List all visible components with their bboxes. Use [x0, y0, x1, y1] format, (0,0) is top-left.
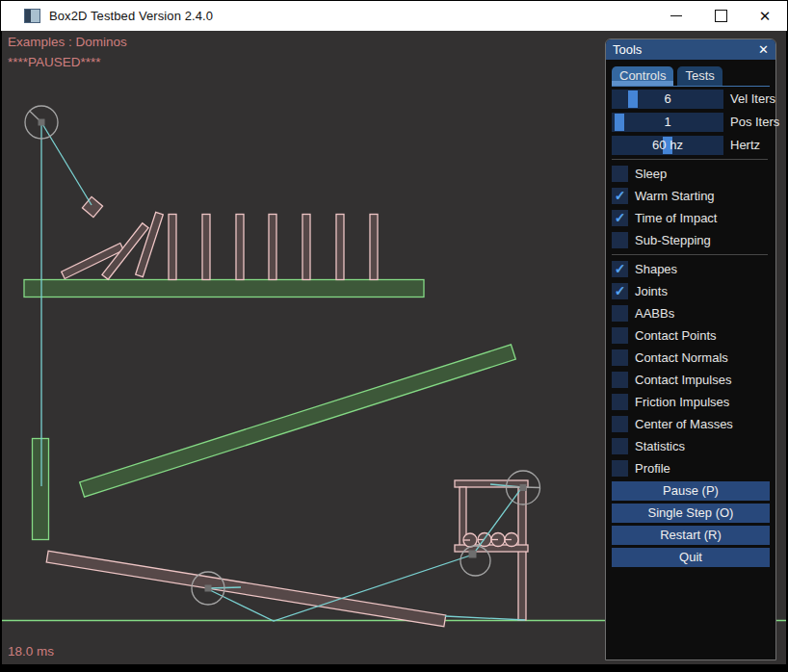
- slider-vel-iters-track[interactable]: 6: [612, 90, 723, 109]
- anchor-pulley-top: [39, 119, 45, 126]
- elevator-box: [33, 439, 49, 540]
- checkbox-row-friction-impulses: Friction Impulses: [612, 391, 774, 413]
- domino-standing-5: [302, 215, 310, 280]
- domino-fallen-3: [136, 212, 164, 276]
- checkbox-contact-normals[interactable]: [612, 349, 628, 366]
- slider-hertz-track[interactable]: 60 hz: [612, 136, 723, 155]
- checkbox-shapes[interactable]: ✓: [612, 261, 628, 277]
- seesaw-plank: [46, 551, 446, 627]
- checkbox-contact-normals-label: Contact Normals: [635, 350, 728, 365]
- anchor-stand-top: [520, 484, 527, 491]
- tools-panel-header[interactable]: Tools ✕: [606, 39, 775, 60]
- tools-panel-title: Tools: [613, 42, 642, 57]
- checkbox-row-contact-normals: Contact Normals: [612, 347, 774, 369]
- close-icon: ✕: [759, 9, 772, 23]
- checkbox-contact-points-label: Contact Points: [635, 328, 717, 343]
- checkbox-row-warm-starting: ✓Warm Starting: [612, 185, 774, 207]
- paused-label: ****PAUSED****: [8, 55, 101, 69]
- domino-standing-4: [269, 215, 276, 280]
- checkbox-row-statistics: Statistics: [612, 435, 774, 457]
- checkbox-joints-label: Joints: [635, 284, 668, 298]
- checkbox-contact-impulses-label: Contact Impulses: [635, 373, 731, 387]
- checkbox-row-joints: ✓Joints: [612, 280, 774, 302]
- button-pause-p[interactable]: Pause (P): [612, 481, 770, 501]
- domino-standing-3: [236, 215, 244, 280]
- checkbox-friction-impulses[interactable]: [612, 394, 628, 410]
- frame-time-label: 18.0 ms: [8, 644, 54, 659]
- slider-list: 6Vel Iters1Pos Iters60 hzHertz: [612, 88, 774, 156]
- checkbox-row-time-of-impact: ✓Time of Impact: [612, 207, 774, 229]
- checkbox-statistics-label: Statistics: [635, 439, 685, 453]
- checkbox-profile[interactable]: [612, 460, 628, 477]
- checkbox-row-contact-points: Contact Points: [612, 324, 774, 347]
- checkbox-time-of-impact-label: Time of Impact: [635, 211, 717, 225]
- tools-panel: Tools ✕ ControlsTests 6Vel Iters1Pos Ite…: [605, 39, 776, 660]
- checkbox-sleep[interactable]: [612, 166, 628, 182]
- pendulum-rope: [41, 122, 92, 205]
- anchor-stand-lower: [469, 551, 477, 558]
- slider-hertz: 60 hzHertz: [612, 134, 774, 156]
- checkbox-warm-starting-label: Warm Starting: [635, 189, 715, 203]
- checkbox-contact-points[interactable]: [612, 327, 628, 344]
- tools-close-icon[interactable]: ✕: [758, 42, 769, 57]
- window-title: Box2D Testbed Version 2.4.0: [49, 9, 213, 23]
- separator: [612, 159, 768, 160]
- tools-panel-body: ControlsTests 6Vel Iters1Pos Iters60 hzH…: [606, 60, 775, 567]
- checkbox-aabbs[interactable]: [612, 305, 628, 322]
- close-button[interactable]: ✕: [743, 1, 787, 31]
- app-window: { "window": { "title": "Box2D Testbed Ve…: [0, 0, 788, 672]
- checkbox-shapes-label: Shapes: [635, 262, 677, 276]
- domino-standing-6: [336, 215, 344, 280]
- checkbox-statistics[interactable]: [612, 438, 628, 454]
- checkbox-row-sub-stepping: Sub-Stepping: [612, 229, 774, 251]
- slider-pos-iters-label: Pos Iters: [730, 115, 779, 129]
- slider-pos-iters-track[interactable]: 1: [612, 113, 723, 132]
- app-icon: [24, 9, 40, 23]
- checkbox-row-aabbs: AABBs: [612, 302, 774, 324]
- maximize-icon: [715, 10, 727, 22]
- checkbox-row-sleep: Sleep: [612, 163, 774, 185]
- tab-underline: [612, 86, 770, 87]
- checkbox-profile-label: Profile: [635, 461, 670, 476]
- checkbox-contact-impulses[interactable]: [612, 372, 628, 388]
- separator: [612, 254, 768, 255]
- slider-vel-iters-value: 6: [612, 90, 723, 109]
- example-label: Examples : Dominos: [8, 35, 127, 49]
- minimize-button[interactable]: [654, 1, 698, 31]
- tab-tests[interactable]: Tests: [677, 66, 722, 86]
- button-restart-r[interactable]: Restart (R): [612, 526, 770, 545]
- tab-bar: ControlsTests: [612, 66, 774, 86]
- pendulum-bob: [82, 196, 102, 217]
- checkbox-row-profile: Profile: [612, 457, 774, 479]
- minimize-icon: [670, 15, 682, 16]
- slider-hertz-label: Hertz: [730, 138, 760, 152]
- platform-beam: [24, 280, 424, 297]
- checkbox-row-center-of-masses: Center of Masses: [612, 413, 774, 435]
- tab-controls[interactable]: Controls: [612, 66, 673, 86]
- checkbox-joints[interactable]: ✓: [612, 283, 628, 299]
- checkbox-friction-impulses-label: Friction Impulses: [635, 395, 729, 409]
- scene-area: Examples : Dominos ****PAUSED**** 18.0 m…: [2, 31, 786, 664]
- window-controls: ✕: [654, 1, 787, 31]
- button-single-step-o[interactable]: Single Step (O): [612, 504, 770, 523]
- checkbox-sleep-label: Sleep: [635, 167, 667, 181]
- slider-pos-iters-value: 1: [612, 113, 723, 132]
- checkbox-row-contact-impulses: Contact Impulses: [612, 369, 774, 391]
- domino-standing-1: [169, 215, 176, 280]
- checkbox-aabbs-label: AABBs: [635, 306, 674, 321]
- domino-standing-7: [370, 215, 378, 280]
- checkbox-time-of-impact[interactable]: ✓: [612, 210, 628, 226]
- anchor-seesaw: [205, 585, 212, 592]
- checkbox-center-of-masses[interactable]: [612, 416, 628, 432]
- button-quit[interactable]: Quit: [612, 548, 770, 567]
- ramp-beam: [80, 345, 516, 497]
- title-bar: Box2D Testbed Version 2.4.0 ✕: [1, 1, 787, 31]
- slider-vel-iters: 6Vel Iters: [612, 88, 774, 110]
- checkbox-row-shapes: ✓Shapes: [612, 258, 774, 280]
- button-list: Pause (P)Single Step (O)Restart (R)Quit: [612, 481, 774, 567]
- slider-pos-iters: 1Pos Iters: [612, 111, 774, 133]
- maximize-button[interactable]: [698, 1, 743, 31]
- checkbox-warm-starting[interactable]: ✓: [612, 188, 628, 204]
- domino-standing-2: [202, 215, 210, 280]
- checkbox-sub-stepping[interactable]: [612, 232, 628, 248]
